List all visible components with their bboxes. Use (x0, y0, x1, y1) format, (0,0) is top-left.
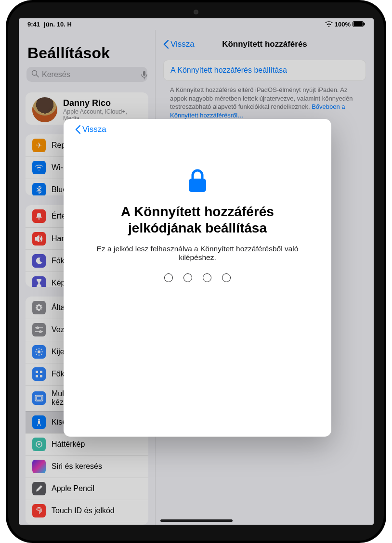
svg-rect-5 (143, 71, 145, 76)
mic-icon[interactable] (141, 71, 147, 78)
svg-rect-22 (40, 375, 42, 377)
profile-name: Danny Rico (63, 98, 142, 108)
sliders-icon (32, 323, 46, 336)
battery-icon (353, 21, 365, 27)
passcode-modal: Vissza A Könnyített hozzáférés jelkódján… (64, 119, 331, 437)
detail-title: Könnyített hozzáférés (163, 39, 366, 49)
grid-icon (32, 367, 46, 381)
detail-nav: Vissza Könnyített hozzáférés (163, 34, 366, 55)
status-battery-text: 100% (335, 21, 351, 28)
modal-heading: A Könnyített hozzáférés jelkódjának beál… (85, 204, 310, 236)
svg-rect-20 (40, 371, 42, 373)
wifi-icon (325, 21, 333, 27)
svg-rect-21 (36, 375, 38, 377)
svg-line-4 (37, 75, 39, 77)
search-field[interactable] (26, 67, 147, 82)
lock-icon (187, 168, 208, 195)
svg-point-10 (38, 350, 40, 353)
speaker-icon (32, 232, 46, 246)
sidebar-item-pencil[interactable]: Apple Pencil (26, 478, 148, 500)
sidebar-item-siri[interactable]: Siri és keresés (26, 455, 148, 478)
status-time: 9:41 (27, 21, 40, 28)
modal-back-button[interactable]: Vissza (75, 125, 106, 134)
svg-line-17 (36, 354, 37, 355)
passcode-dot (222, 273, 231, 282)
status-bar: 9:41 jún. 10. H 100% (19, 18, 374, 30)
setup-assistive-label: A Könnyített hozzáférés beállítása (170, 66, 287, 74)
svg-rect-1 (353, 22, 363, 26)
airplane-icon: ✈︎ (32, 139, 46, 152)
status-date: jún. 10. H (44, 21, 72, 28)
svg-line-15 (36, 349, 37, 350)
svg-line-18 (41, 349, 42, 350)
detail-caption: A Könnyített hozzáférés eltérő iPadOS-él… (170, 86, 359, 119)
svg-point-27 (38, 443, 40, 445)
home-indicator[interactable] (160, 519, 233, 522)
svg-rect-2 (364, 23, 365, 26)
svg-rect-24 (37, 396, 41, 400)
wifi-settings-icon (32, 161, 46, 174)
svg-point-25 (38, 419, 40, 421)
wallpaper-icon (32, 438, 46, 451)
brightness-icon (32, 345, 46, 359)
bell-icon (32, 209, 46, 223)
sidebar-item-touchid[interactable]: Touch ID és jelkód (26, 500, 148, 522)
accessibility-icon (32, 415, 46, 429)
modal-body: Ez a jelkód lesz felhasználva a Könnyíte… (94, 245, 301, 262)
sidebar-title: Beállítások (19, 44, 155, 65)
avatar (32, 97, 57, 122)
sidebar-item-label: Apple Pencil (52, 484, 94, 493)
search-icon (31, 70, 39, 79)
setup-assistive-row[interactable]: A Könnyített hozzáférés beállítása (163, 60, 366, 81)
front-camera (194, 10, 198, 14)
moon-icon (32, 254, 46, 268)
bluetooth-icon (32, 183, 46, 195)
passcode-dot (183, 273, 192, 282)
svg-rect-30 (189, 179, 206, 192)
search-input[interactable] (42, 70, 138, 79)
pencil-icon (32, 482, 46, 495)
sidebar-item-label: Háttérkép (52, 440, 85, 449)
passcode-dot (203, 273, 211, 282)
sidebar-item-battery[interactable]: Akkumulátor (26, 522, 148, 525)
sidebar-item-label: Touch ID és jelkód (52, 506, 115, 515)
svg-line-16 (41, 354, 42, 355)
multitask-icon (32, 391, 46, 405)
hourglass-icon (32, 276, 46, 287)
passcode-dot (164, 273, 173, 282)
fingerprint-icon (32, 504, 46, 517)
svg-rect-19 (36, 371, 38, 373)
sidebar-item-label: Siri és keresés (52, 462, 102, 471)
gear-icon (32, 301, 46, 314)
modal-back-label: Vissza (82, 125, 106, 134)
profile-text: Danny Rico Apple Account, iCloud+, Media (63, 98, 142, 122)
siri-icon (32, 460, 46, 473)
ipad-inner-frame: 9:41 jún. 10. H 100% Beállítások (8, 2, 384, 541)
passcode-dots[interactable] (75, 273, 320, 282)
ipad-device-frame: 9:41 jún. 10. H 100% Beállítások (6, 0, 386, 543)
